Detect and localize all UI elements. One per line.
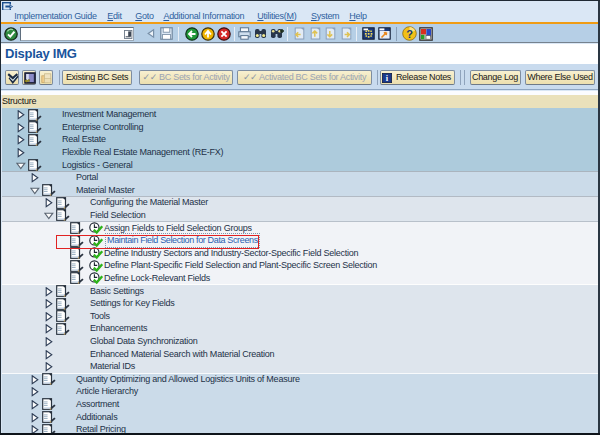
svg-text:?: ?	[406, 28, 413, 40]
